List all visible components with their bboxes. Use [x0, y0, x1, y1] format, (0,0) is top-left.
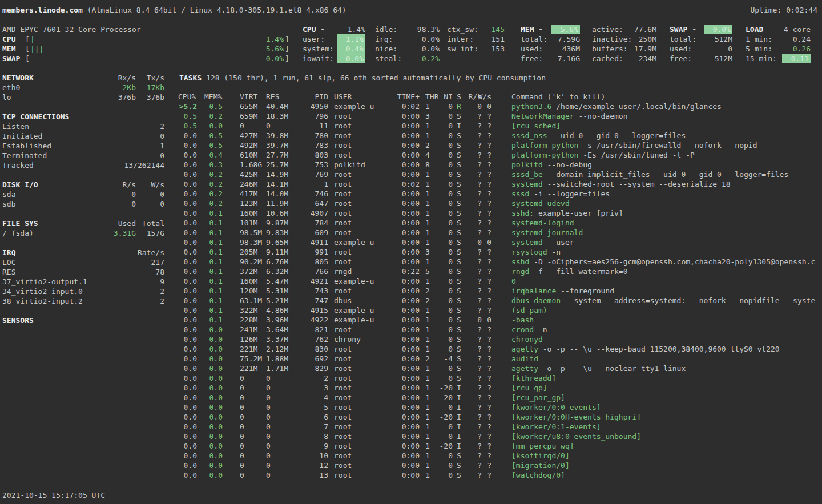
- write-rate: ?: [446, 412, 491, 422]
- command-args: -i --logger=files: [529, 189, 610, 198]
- user: root: [334, 286, 352, 296]
- pid: 4915: [283, 305, 328, 315]
- command-name: systemd-journald: [511, 228, 583, 237]
- write-rate: ?: [446, 208, 491, 218]
- time: 0:00: [380, 160, 420, 170]
- write-rate: ?: [446, 432, 491, 441]
- command-args: -D -oCiphers=aes256-gcm@openssh.com,chac…: [529, 257, 815, 266]
- command: [mm_percpu_wq]: [511, 441, 574, 451]
- process-row: 0.00.1101M9.87M784root0:0010S??systemd-l…: [0, 218, 822, 228]
- command-name: systemd-logind: [511, 219, 574, 227]
- mem-percent: 0.1: [177, 247, 223, 257]
- mem-percent: 0.0: [177, 402, 223, 412]
- time: 0:00: [380, 111, 420, 121]
- command: [kworker/0:0-events]: [511, 402, 601, 412]
- command-name: chronyd: [511, 335, 543, 344]
- time: 0:00: [380, 315, 420, 325]
- virt: 610M: [240, 150, 257, 160]
- process-row: 0.00.2246M14.1M1root0:0210S??systemd --s…: [0, 179, 822, 189]
- command-name: [mm_percpu_wq]: [511, 442, 574, 450]
- write-rate: ?: [446, 286, 491, 296]
- write-rate: ?: [446, 325, 491, 334]
- command: agetty -o -p -- \u --noclear tty1 linux: [511, 364, 686, 373]
- command-args: -s /usr/sbin/firewalld --nofork --nopid: [578, 141, 757, 150]
- stat-value-swap: 0.0%: [658, 25, 732, 34]
- pid: 803: [283, 150, 328, 160]
- virt: 0: [240, 121, 244, 131]
- sidebar-row-lo: lo: [2, 92, 11, 102]
- command-name: sssd: [511, 189, 529, 198]
- time: 0:00: [380, 237, 420, 247]
- user: root: [334, 470, 352, 480]
- user: root: [334, 121, 352, 131]
- stat-value-irq: 0.0%: [365, 34, 440, 44]
- write-rate: ?: [446, 383, 491, 393]
- uptime-value: 0:02:44: [781, 6, 817, 14]
- pid: 766: [283, 267, 328, 276]
- stat-value-text-total: 7.59G: [558, 35, 580, 43]
- mem-gauge-bars: |||: [30, 44, 43, 54]
- command-name: (sd-pam): [511, 306, 547, 315]
- pid: 13: [283, 470, 328, 480]
- sidebar-row-value-b: 17Kb: [107, 83, 164, 92]
- stat-value-5-min: 0.26: [736, 44, 811, 54]
- mem-percent: 0.0: [177, 432, 223, 441]
- process-row: 0.00.075.2M1.88M692root0:002-4S??auditd: [0, 354, 822, 364]
- col-header-text-user: USER: [334, 92, 352, 101]
- user: root: [334, 422, 352, 432]
- stat-value-text-buffers: 17.9M: [634, 45, 656, 53]
- stat-value-text-inter: 151: [491, 35, 505, 43]
- mem-percent: 0.2: [177, 170, 223, 179]
- res: 0: [266, 402, 271, 412]
- col-header-cpu: CPU%: [178, 92, 204, 102]
- command: NetworkManager --no-daemon: [511, 111, 628, 121]
- title-bar: members.linode.com (AlmaLinux 8.4 64bit …: [2, 5, 346, 15]
- virt: 372M: [240, 267, 257, 276]
- process-row: 0.00.0006root0:001-20I??[kworker/0:0H-ev…: [0, 412, 822, 422]
- mem-percent: 0.0: [177, 451, 223, 461]
- virt: 492M: [240, 140, 257, 150]
- pid: 11: [283, 121, 328, 131]
- glances-terminal[interactable]: members.linode.com (AlmaLinux 8.4 64bit …: [0, 0, 822, 504]
- virt: 75.2M: [240, 354, 262, 364]
- cpu-gauge-close-bracket: ]: [285, 34, 289, 44]
- user: root: [334, 131, 352, 140]
- user: root: [334, 111, 352, 121]
- command-args: example-user [priv]: [534, 209, 623, 217]
- write-rate: ?: [446, 121, 491, 131]
- command-name: rsyslogd: [511, 248, 547, 256]
- time: 0:00: [380, 402, 420, 412]
- command-args: -o -p -- \u --noclear tty1 linux: [538, 364, 686, 373]
- pid: 12: [283, 461, 328, 470]
- virt: 0: [240, 432, 244, 441]
- time: 0:00: [380, 170, 420, 179]
- res: 0: [266, 451, 271, 461]
- mem-gauge-close-bracket: ]: [285, 44, 289, 54]
- command: (sd-pam): [511, 305, 547, 315]
- res: 0: [266, 373, 271, 383]
- command-name: [kworker/0:0-events]: [511, 403, 601, 412]
- command: rngd -f --fill-watermark=0: [511, 267, 628, 276]
- col-header-text-mem: MEM%: [204, 92, 222, 101]
- pid: 784: [283, 218, 328, 228]
- time: 0:00: [380, 441, 420, 451]
- mem-percent: 0.1: [177, 305, 223, 315]
- mem-percent: 0.2: [177, 199, 223, 208]
- process-row: 0.00.1205M9.11M991root0:0030S??rsyslogd …: [0, 247, 822, 257]
- write-rate: ?: [446, 364, 491, 373]
- tasks-text: 128 (150 thr), 1 run, 61 slp, 66 oth sor…: [202, 74, 546, 82]
- time: 0:00: [380, 383, 420, 393]
- res: 0: [266, 412, 271, 422]
- virt: 123M: [240, 199, 257, 208]
- command-args: -n: [547, 248, 561, 256]
- command-name: NetworkManager: [511, 112, 574, 120]
- col-header-text-w-s: W/s: [478, 92, 491, 101]
- command: [rcu_par_gp]: [511, 393, 565, 402]
- virt: 126M: [240, 334, 257, 344]
- virt: 427M: [240, 131, 257, 140]
- command-name: platform-python: [511, 151, 578, 159]
- process-row: 0.00.1322M4.86M4915example-u0:0010S??(sd…: [0, 305, 822, 315]
- write-rate: ?: [446, 218, 491, 228]
- time: 0:00: [380, 422, 420, 432]
- time: 0:00: [380, 257, 420, 267]
